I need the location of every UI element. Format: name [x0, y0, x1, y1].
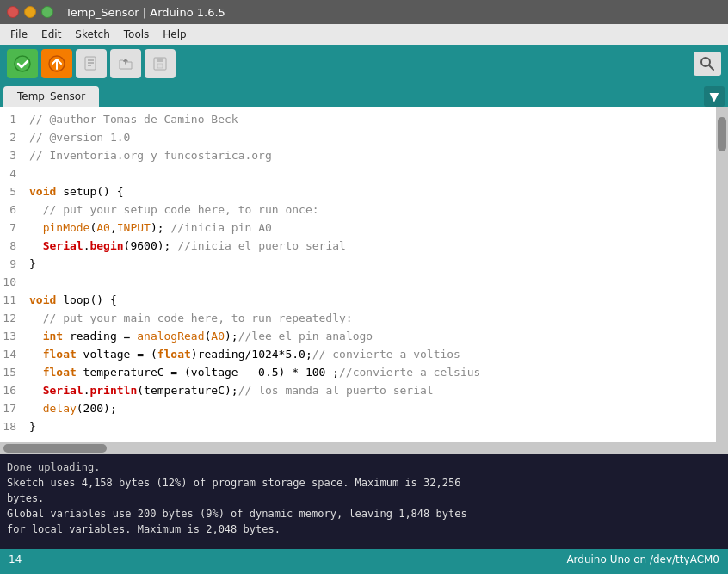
console-output: Done uploading. Sketch uses 4,158 bytes …	[0, 454, 728, 549]
window-title: Temp_Sensor | Arduino 1.6.5	[65, 6, 225, 19]
svg-line-11	[709, 65, 713, 70]
svg-point-0	[15, 56, 30, 71]
statusbar-port: Arduino Uno on /dev/ttyACM0	[566, 553, 719, 565]
statusbar: 14 Arduino Uno on /dev/ttyACM0	[0, 549, 728, 570]
verify-button[interactable]	[7, 49, 38, 78]
toolbar	[0, 45, 728, 83]
tab-label: Temp_Sensor	[17, 90, 85, 102]
svg-rect-8	[157, 58, 163, 62]
menu-file[interactable]: File	[3, 27, 34, 42]
statusbar-line: 14	[9, 553, 22, 565]
titlebar: Temp_Sensor | Arduino 1.6.5	[0, 0, 728, 24]
close-button[interactable]	[7, 6, 19, 18]
console-line-3: Global variables use 200 bytes (9%) of d…	[7, 506, 721, 522]
search-button[interactable]	[694, 52, 721, 76]
svg-rect-9	[157, 64, 163, 68]
save-button[interactable]	[145, 49, 176, 78]
tab-dropdown[interactable]: ▼	[704, 86, 725, 107]
minimize-button[interactable]	[24, 6, 36, 18]
open-button[interactable]	[110, 49, 141, 78]
menu-sketch[interactable]: Sketch	[68, 27, 116, 42]
chevron-down-icon: ▼	[710, 89, 719, 103]
tab-temp-sensor[interactable]: Temp_Sensor	[3, 86, 99, 107]
console-done-line: Done uploading.	[7, 460, 721, 475]
new-button[interactable]	[76, 49, 107, 78]
console-line-4: for local variables. Maximum is 2,048 by…	[7, 522, 721, 537]
menu-help[interactable]: Help	[156, 27, 193, 42]
menubar: File Edit Sketch Tools Help	[0, 24, 728, 45]
maximize-button[interactable]	[41, 6, 53, 18]
console-line-2: bytes.	[7, 491, 721, 506]
scrollbar-thumb[interactable]	[718, 117, 726, 151]
scrollbar-vertical[interactable]	[716, 107, 728, 442]
line-numbers: 123456789101112131415161718	[0, 107, 22, 442]
menu-tools[interactable]: Tools	[117, 27, 157, 42]
editor: 123456789101112131415161718 // @author T…	[0, 107, 728, 442]
console-line-1: Sketch uses 4,158 bytes (12%) of program…	[7, 475, 721, 491]
code-area[interactable]: // @author Tomas de Camino Beck// @versi…	[22, 107, 716, 442]
tabbar: Temp_Sensor ▼	[0, 83, 728, 107]
scrollbar-horizontal-wrap	[0, 442, 728, 454]
scrollbar-horizontal-thumb[interactable]	[3, 444, 107, 453]
upload-button[interactable]	[41, 49, 72, 78]
menu-edit[interactable]: Edit	[34, 27, 68, 42]
